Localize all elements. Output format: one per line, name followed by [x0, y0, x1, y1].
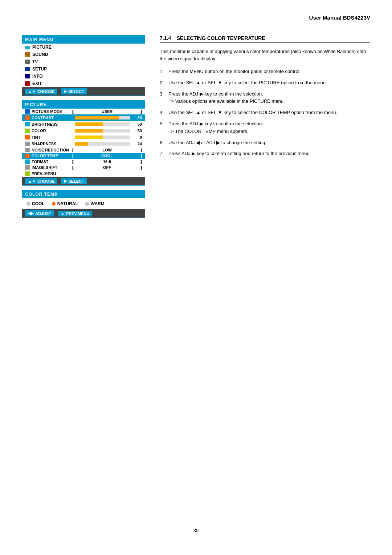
- ct-natural-label: NATURAL: [57, 201, 78, 206]
- prev-menu-icon: [25, 171, 30, 176]
- up-down-arrows-pic: ▲▼: [28, 179, 36, 183]
- main-content: MAIN MENU PICTURE SOUND TV SETUP: [22, 35, 370, 524]
- step-5: 5 Press the ADJ ▶ key to confirm the sel…: [160, 120, 370, 135]
- color-label: COLOR: [32, 129, 46, 133]
- brightness-label: BRIGHTNESS: [32, 122, 58, 126]
- color-temp-options: COOL NATURAL WARM: [22, 198, 145, 209]
- contrast-label: CONTRAST: [32, 116, 54, 120]
- tint-row[interactable]: TINT 0: [22, 134, 145, 141]
- image-shift-row[interactable]: IMAGE SHIFT [ OFF ]: [22, 165, 145, 170]
- color-temp-value: COOL: [74, 154, 141, 158]
- contrast-row[interactable]: CONTRAST 80: [22, 114, 145, 121]
- format-icon: [25, 159, 30, 164]
- step-4-text: Use the SEL ▲ or SEL ▼ key to select the…: [168, 109, 370, 117]
- color-temp-box-title: COLOR TEMP: [22, 190, 145, 198]
- step-4: 4 Use the SEL ▲ or SEL ▼ key to select t…: [160, 109, 370, 117]
- picture-select-label: SELECT: [68, 179, 84, 183]
- menu-item-picture[interactable]: PICTURE: [22, 44, 145, 51]
- step-3: 3 Press the ADJ ▶ key to confirm the sel…: [160, 90, 370, 106]
- picture-mode-label: PICTURE MODE: [32, 109, 62, 114]
- tv-icon: [25, 60, 30, 64]
- steps-list: 1 Press the MENU button on the monitor p…: [160, 68, 370, 158]
- noise-reduction-row[interactable]: NOISE REDUCTION [ LOW ]: [22, 147, 145, 153]
- image-shift-value: OFF: [74, 165, 141, 170]
- image-shift-icon: [25, 165, 30, 170]
- right-arrow-pic: ▶: [64, 179, 67, 183]
- select-button[interactable]: ▶ SELECT: [61, 88, 87, 94]
- sharpness-label: SHARPNESS: [32, 142, 56, 146]
- color-temp-label: COLOR TEMP: [32, 154, 58, 158]
- step-5-text: Press the ADJ ▶ key to confirm the selec…: [168, 120, 370, 135]
- prev-menu-row[interactable]: PREV. MENU: [22, 170, 145, 177]
- color-temp-box: COLOR TEMP COOL NATURAL WARM: [22, 190, 145, 218]
- picture-choose-button[interactable]: ▲▼ CHOOSE: [25, 178, 57, 184]
- right-arrow: ▶: [64, 89, 67, 94]
- contrast-value: 80: [133, 116, 142, 120]
- page-number: 35: [193, 528, 199, 533]
- ct-warm[interactable]: WARM: [85, 201, 105, 206]
- menu-item-setup[interactable]: SETUP: [22, 65, 145, 73]
- menu-item-sound[interactable]: SOUND: [22, 51, 145, 58]
- up-arrow-prev: ▲: [61, 211, 65, 216]
- menu-item-setup-label: SETUP: [32, 66, 47, 72]
- picture-menu-box: PICTURE PICTURE MODE [ USER ] CONTRAST: [22, 100, 145, 186]
- ct-cool[interactable]: COOL: [26, 201, 45, 206]
- step-6-text: Use the ADJ ◀ or ADJ ▶ to change the set…: [168, 139, 370, 147]
- picture-mode-value: USER: [74, 109, 141, 114]
- noise-reduction-icon: [25, 148, 30, 152]
- main-menu-nav: ▲▼ CHOOSE ▶ SELECT: [22, 87, 145, 96]
- choose-label: CHOOSE: [37, 89, 55, 94]
- choose-button[interactable]: ▲▼ CHOOSE: [25, 89, 57, 94]
- picture-icon: [25, 45, 30, 49]
- contrast-icon: [25, 116, 30, 120]
- step-7-text: Press ADJ ▶ key to confirm setting and r…: [168, 150, 370, 158]
- page: User Manual BDS4223V MAIN MENU PICTURE S…: [0, 0, 392, 555]
- up-down-arrows: ▲▼: [28, 89, 36, 94]
- color-temp-icon: [25, 154, 30, 158]
- adjust-button[interactable]: ◀▶ ADJUST: [25, 210, 54, 216]
- picture-select-button[interactable]: ▶ SELECT: [61, 178, 87, 184]
- section-number: 7.1.4: [160, 35, 171, 41]
- menu-item-exit-label: EXIT: [32, 81, 42, 86]
- sharpness-value: 24: [133, 142, 142, 146]
- picture-menu-title: PICTURE: [22, 101, 145, 109]
- picture-menu-nav: ▲▼ CHOOSE ▶ SELECT: [22, 177, 145, 185]
- picture-mode-icon: [25, 109, 30, 114]
- step-7: 7 Press ADJ ▶ key to confirm setting and…: [160, 150, 370, 158]
- intro-text: This monitor is capable of applying vari…: [160, 48, 370, 62]
- noise-reduction-value: LOW: [74, 148, 141, 152]
- sharpness-row[interactable]: SHARPNESS 24: [22, 141, 145, 147]
- step-1-text: Press the MENU button on the monitor pan…: [168, 68, 370, 76]
- ct-cool-label: COOL: [32, 201, 45, 206]
- prev-menu-button[interactable]: ▲ PREV.MENU: [58, 211, 92, 216]
- left-right-arrows: ◀▶: [28, 211, 34, 216]
- picture-mode-row[interactable]: PICTURE MODE [ USER ]: [22, 109, 145, 114]
- menu-item-tv-label: TV: [32, 59, 38, 64]
- menu-item-picture-label: PICTURE: [32, 45, 52, 50]
- tint-icon: [25, 135, 30, 139]
- ct-warm-label: WARM: [91, 201, 105, 206]
- format-row[interactable]: FORMAT [ 16:9 ]: [22, 159, 145, 165]
- menu-item-sound-label: SOUND: [32, 52, 48, 57]
- right-column: 7.1.4 SELECTING COLOR TEMPERATURE This m…: [160, 35, 370, 524]
- color-icon: [25, 129, 30, 133]
- color-temp-row[interactable]: COLOR TEMP [ COOL ]: [22, 153, 145, 159]
- manual-title: User Manual BDS4223V: [309, 15, 370, 21]
- menu-item-exit[interactable]: EXIT: [22, 80, 145, 87]
- brightness-row[interactable]: BRIGHTNESS 50: [22, 121, 145, 127]
- main-menu-title: MAIN MENU: [22, 36, 145, 44]
- select-label: SELECT: [68, 89, 84, 94]
- noise-reduction-label: NOISE REDUCTION: [32, 148, 69, 152]
- ct-natural[interactable]: NATURAL: [52, 201, 78, 206]
- step-1: 1 Press the MENU button on the monitor p…: [160, 68, 370, 76]
- ct-warm-dot: [85, 202, 89, 206]
- ct-cool-dot: [26, 202, 30, 206]
- color-temp-nav: ◀▶ ADJUST ▲ PREV.MENU: [22, 209, 145, 218]
- menu-item-info[interactable]: INFO: [22, 73, 145, 80]
- ct-natural-dot: [52, 202, 56, 206]
- color-value: 50: [133, 129, 142, 133]
- color-row[interactable]: COLOR 50: [22, 127, 145, 134]
- menu-item-tv[interactable]: TV: [22, 58, 145, 65]
- page-footer: 35: [22, 524, 370, 533]
- image-shift-label: IMAGE SHIFT: [32, 165, 57, 170]
